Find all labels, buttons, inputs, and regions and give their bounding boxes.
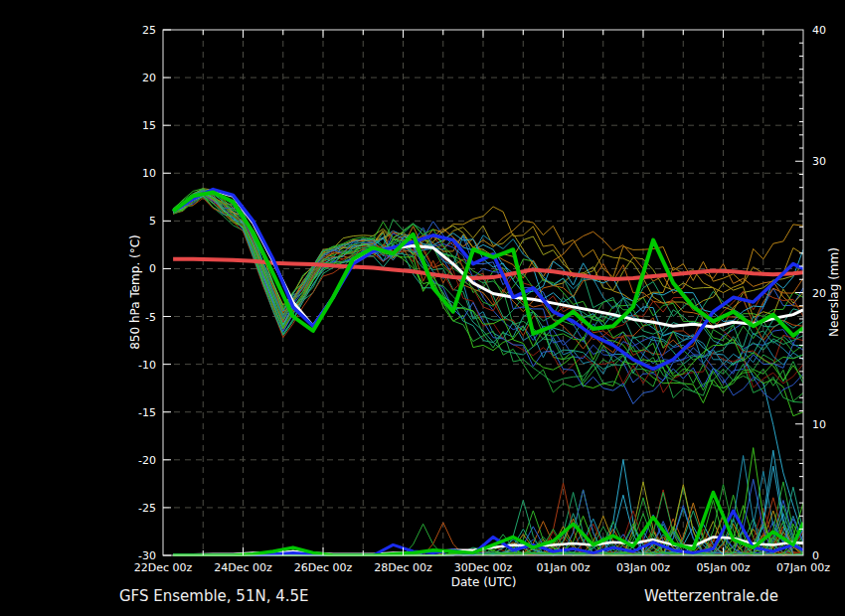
svg-text:15: 15 <box>142 119 156 132</box>
meteogram-chart: -30-25-20-15-10-5051015202501020304022De… <box>0 0 845 616</box>
svg-text:03Jan 00z: 03Jan 00z <box>616 561 670 574</box>
svg-text:24Dec 00z: 24Dec 00z <box>214 561 272 574</box>
svg-text:40: 40 <box>812 24 826 37</box>
svg-text:22Dec 00z: 22Dec 00z <box>134 561 193 574</box>
svg-text:-20: -20 <box>138 454 156 467</box>
svg-text:5: 5 <box>149 215 156 228</box>
svg-text:05Jan 00z: 05Jan 00z <box>696 561 750 574</box>
svg-text:25: 25 <box>142 24 156 37</box>
y-axis-title-left: 850 hPa Temp. (°C) <box>128 234 142 350</box>
footer-brand-label: Wetterzentrale.de <box>644 587 778 605</box>
svg-text:01Jan 00z: 01Jan 00z <box>536 561 590 574</box>
svg-text:20: 20 <box>142 72 156 84</box>
footer-model-label: GFS Ensemble, 51N, 4.5E <box>119 587 309 605</box>
svg-text:-5: -5 <box>145 311 156 324</box>
svg-text:07Jan 00z: 07Jan 00z <box>776 561 830 574</box>
svg-text:30: 30 <box>812 155 826 168</box>
svg-text:-10: -10 <box>138 359 156 372</box>
svg-text:20: 20 <box>812 287 826 300</box>
svg-text:10: 10 <box>142 167 156 180</box>
meteogram-page: Brussels (BE) 850 hPa Temp. & Neerslag |… <box>0 0 845 616</box>
svg-text:28Dec 00z: 28Dec 00z <box>374 561 432 574</box>
svg-text:-15: -15 <box>138 406 156 419</box>
svg-text:30Dec 00z: 30Dec 00z <box>454 561 513 574</box>
svg-text:10: 10 <box>812 418 826 431</box>
svg-text:0: 0 <box>149 262 156 275</box>
svg-text:-25: -25 <box>138 502 156 515</box>
svg-text:26Dec 00z: 26Dec 00z <box>294 561 353 574</box>
y-axis-title-right: Neerslag (mm) <box>827 247 841 337</box>
